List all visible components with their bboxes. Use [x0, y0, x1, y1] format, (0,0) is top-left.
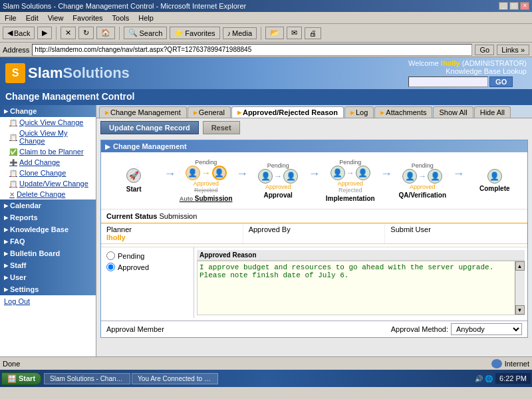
logout-link[interactable]: Log Out [0, 295, 96, 307]
sidebar-section-change[interactable]: ▶ Change [0, 105, 96, 117]
history-button[interactable]: 📂 [265, 27, 284, 39]
logo-area: S SlamSolutions [5, 63, 130, 83]
print-button[interactable]: 🖨 [305, 27, 321, 39]
tab-general[interactable]: ▶ General [188, 106, 231, 118]
sidebar-section-kb[interactable]: ▶ Knowledge Base [0, 223, 96, 235]
go-button[interactable]: Go [475, 45, 494, 55]
internet-icon [491, 359, 502, 368]
scrollbar-down-button[interactable]: ▼ [515, 305, 525, 315]
sidebar-section-user[interactable]: ▶ User [0, 271, 96, 283]
reset-button[interactable]: Reset [203, 121, 240, 134]
approval-method-row: Approval Member Approval Method: Anybody… [101, 321, 527, 337]
menu-edit[interactable]: Edit [24, 13, 41, 23]
scrollbar-up-button[interactable]: ▲ [515, 261, 525, 271]
menu-help[interactable]: Help [136, 13, 156, 23]
sidebar-item-add-change[interactable]: ➕ Add Change [0, 157, 96, 168]
step-icon-approval-1: 👤 [258, 169, 273, 184]
menu-view[interactable]: View [46, 13, 66, 23]
sidebar-item-quick-view-change[interactable]: 📋 Quick View Change [0, 117, 96, 128]
minimize-button[interactable]: _ [499, 2, 508, 10]
sidebar-section-reports[interactable]: ▶ Reports [0, 211, 96, 223]
form-cell-approved-by: Approved By [243, 223, 386, 243]
step-icons-start: 🚀 [126, 168, 141, 183]
taskbar: 🪟 Start Slam Solutions - Change ... You … [0, 370, 532, 387]
toolbar-separator-2 [119, 27, 120, 40]
tab-approved-rejected-reason[interactable]: ▶ Approved/Rejected Reason [231, 106, 344, 118]
step-icon-auto: 👤 [186, 166, 200, 180]
tab-approved-arrow: ▶ [237, 110, 241, 116]
address-input[interactable] [32, 44, 472, 56]
approved-radio[interactable] [106, 263, 115, 271]
connector-2: → [236, 167, 248, 194]
links-button[interactable]: Links » [497, 45, 529, 55]
back-button[interactable]: ◀ Back [3, 27, 35, 39]
sidebar-section-staff[interactable]: ▶ Staff [0, 259, 96, 271]
radio-pending[interactable]: Pending [106, 251, 188, 260]
tab-show-all[interactable]: Show All [433, 106, 473, 118]
quick-view-my-change-icon: 📋 [9, 134, 17, 141]
sidebar-item-delete-change[interactable]: ✕ Delete Change [0, 189, 96, 200]
sidebar-item-clone-change[interactable]: 📋 Clone Change [0, 168, 96, 178]
action-bar: Update Change Record Reset [96, 118, 532, 137]
refresh-button[interactable]: ↻ [78, 27, 94, 39]
workflow-diagram: 🚀 Start → Pending 👤 → 👤 Approved Rejecte… [101, 152, 527, 209]
taskbar-item-0[interactable]: Slam Solutions - Change ... [44, 373, 130, 384]
sidebar-item-quick-view-my-change[interactable]: 📋 Quick View My Change [0, 128, 96, 146]
kb-search-input[interactable] [408, 76, 488, 87]
start-button[interactable]: 🪟 Start [1, 372, 41, 385]
settings-arrow-icon: ▶ [4, 287, 8, 293]
menu-tools[interactable]: Tools [110, 13, 132, 23]
step-label-complete: Complete [479, 185, 510, 192]
tab-attachments[interactable]: ▶ Attachments [374, 106, 432, 118]
sidebar-item-claim-planner[interactable]: ✅ Claim to be Planner [0, 146, 96, 157]
search-button[interactable]: 🔍 Search [124, 27, 167, 39]
taskbar-items: Slam Solutions - Change ... You Are Conn… [41, 373, 475, 384]
update-change-record-button[interactable]: Update Change Record [100, 121, 199, 134]
workflow-step-implementation: Pending 👤 → 👤 Approved Rejected Implemen… [321, 159, 380, 202]
stop-button[interactable]: ✕ [61, 27, 76, 39]
menu-file[interactable]: File [3, 13, 19, 23]
current-status-value: Submission [159, 212, 197, 220]
tab-change-management[interactable]: ▶ Change Management [99, 106, 187, 118]
add-change-icon: ➕ [9, 159, 17, 166]
step-icon-qa-1: 👤 [402, 169, 417, 184]
favorites-button[interactable]: ⭐ Favorites [170, 27, 219, 39]
sidebar-section-calendar[interactable]: ▶ Calendar [0, 200, 96, 211]
forward-button[interactable]: ▶ [37, 27, 52, 39]
toolbar-separator [56, 27, 57, 40]
maximize-button[interactable]: □ [509, 2, 519, 10]
form-grid: Planner lholly Approved By Submit User [101, 223, 527, 244]
radio-approved[interactable]: Approved [106, 263, 188, 271]
workflow-step-submission: Pending 👤 → 👤 Approved Rejected Auto Sub… [176, 159, 236, 202]
pending-radio[interactable] [106, 251, 115, 260]
mail-button[interactable]: ✉ [287, 27, 302, 39]
taskbar-icons: 🔊 🌐 [475, 375, 493, 382]
sidebar-item-update-view-change[interactable]: 📋 Update/View Change [0, 178, 96, 189]
sidebar-section-settings[interactable]: ▶ Settings [0, 283, 96, 295]
media-button[interactable]: ♪ Media [223, 27, 257, 39]
form-cell-submit-user: Submit User [385, 223, 527, 243]
kb-go-button[interactable]: GO [489, 76, 513, 87]
taskbar-item-1[interactable]: You Are Connected to th... [132, 373, 218, 384]
approval-method-select[interactable]: Anybody All Members First Responder [451, 323, 522, 335]
step-icon-approval-2: 👤 [283, 169, 298, 184]
main-layout: ▶ Change 📋 Quick View Change 📋 Quick Vie… [0, 105, 532, 356]
welcome-name: lholly [441, 59, 460, 67]
home-button[interactable]: 🏠 [96, 27, 115, 39]
approval-method-right: Approval Method: Anybody All Members Fir… [391, 323, 522, 335]
panel-arrow-icon: ▶ [105, 143, 110, 150]
sidebar-section-faq[interactable]: ▶ FAQ [0, 235, 96, 247]
kb-search-row: GO [408, 76, 527, 87]
tab-log[interactable]: ▶ Log [344, 106, 374, 118]
tab-hide-all[interactable]: Hide All [474, 106, 511, 118]
sidebar-section-bulletin[interactable]: ▶ Bulletin Board [0, 247, 96, 259]
panel-header: ▶ Change Management [101, 140, 527, 152]
step-icon-impl-1: 👤 [331, 166, 345, 180]
header-right: Welcome lholly (ADMINISTRATOR) Knowledge… [408, 59, 527, 87]
reason-textarea[interactable]: I approve budget and resources to go ahe… [198, 261, 515, 315]
user-arrow-icon: ▶ [4, 275, 8, 281]
step-label-start: Start [126, 186, 142, 193]
status-bar-right: Internet [491, 359, 529, 368]
close-button[interactable]: ✕ [520, 2, 529, 10]
menu-favorites[interactable]: Favorites [70, 13, 104, 23]
